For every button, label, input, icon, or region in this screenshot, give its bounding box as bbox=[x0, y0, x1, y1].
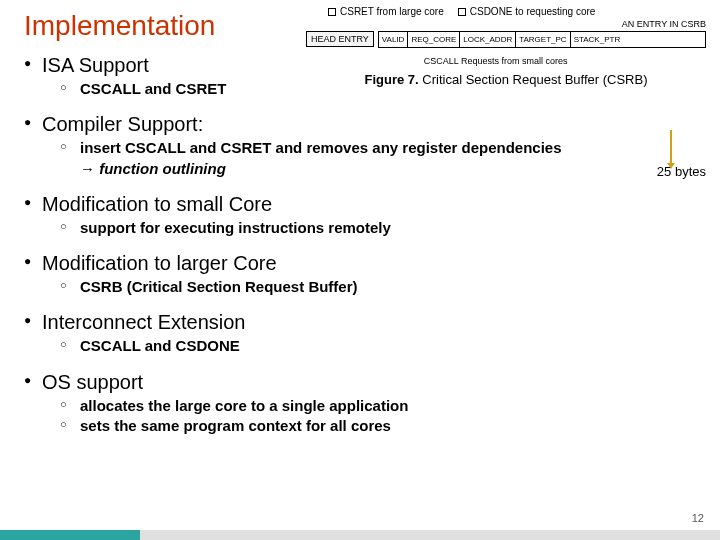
entry-label: AN ENTRY IN CSRB bbox=[378, 19, 706, 29]
bullet-heading: Modification to small Core bbox=[42, 193, 272, 215]
bullet-list: ISA Support CSCALL and CSRET Compiler Su… bbox=[20, 54, 700, 436]
head-entry-cell: HEAD ENTRY bbox=[306, 31, 374, 47]
field-req-core: REQ_CORE bbox=[408, 32, 460, 47]
sub-item: support for executing instructions remot… bbox=[60, 218, 700, 238]
sub-item: sets the same program context for all co… bbox=[60, 416, 700, 436]
bullet-heading: ISA Support bbox=[42, 54, 149, 76]
field-valid: VALID bbox=[379, 32, 409, 47]
figure-top-labels: CSRET from large core CSDONE to requesti… bbox=[328, 6, 706, 17]
bullet-heading: Modification to larger Core bbox=[42, 252, 277, 274]
figure-bottom-label: CSCALL Requests from small cores bbox=[424, 56, 706, 66]
label-csret: CSRET from large core bbox=[328, 6, 444, 17]
bullet-compiler: Compiler Support: insert CSCALL and CSRE… bbox=[20, 113, 700, 179]
annotation-arrow-icon bbox=[670, 130, 672, 164]
bullet-heading: Interconnect Extension bbox=[42, 311, 245, 333]
sub-item: allocates the large core to a single app… bbox=[60, 396, 700, 416]
bullet-small-core: Modification to small Core support for e… bbox=[20, 193, 700, 238]
figure-csrb: CSRET from large core CSDONE to requesti… bbox=[306, 6, 706, 87]
bullet-os: OS support allocates the large core to a… bbox=[20, 371, 700, 437]
bullet-large-core: Modification to larger Core CSRB (Critic… bbox=[20, 252, 700, 297]
annotation-25-bytes: 25 bytes bbox=[657, 164, 706, 179]
field-target-pc: TARGET_PC bbox=[516, 32, 570, 47]
sub-item: CSCALL and CSDONE bbox=[60, 336, 700, 356]
sub-item: CSRB (Critical Section Request Buffer) bbox=[60, 277, 700, 297]
bullet-heading: Compiler Support: bbox=[42, 113, 203, 135]
sub-item: insert CSCALL and CSRET and removes any … bbox=[60, 138, 700, 179]
bullet-heading: OS support bbox=[42, 371, 143, 393]
footer-bar bbox=[0, 530, 720, 540]
page-number: 12 bbox=[692, 512, 704, 524]
field-stack-ptr: STACK_PTR bbox=[571, 32, 624, 47]
figure-caption: Figure 7. Critical Section Request Buffe… bbox=[306, 72, 706, 87]
csrb-fields-row: VALID REQ_CORE LOCK_ADDR TARGET_PC STACK… bbox=[378, 31, 706, 48]
field-lock-addr: LOCK_ADDR bbox=[460, 32, 516, 47]
bullet-interconnect: Interconnect Extension CSCALL and CSDONE bbox=[20, 311, 700, 356]
label-csdone: CSDONE to requesting core bbox=[458, 6, 596, 17]
